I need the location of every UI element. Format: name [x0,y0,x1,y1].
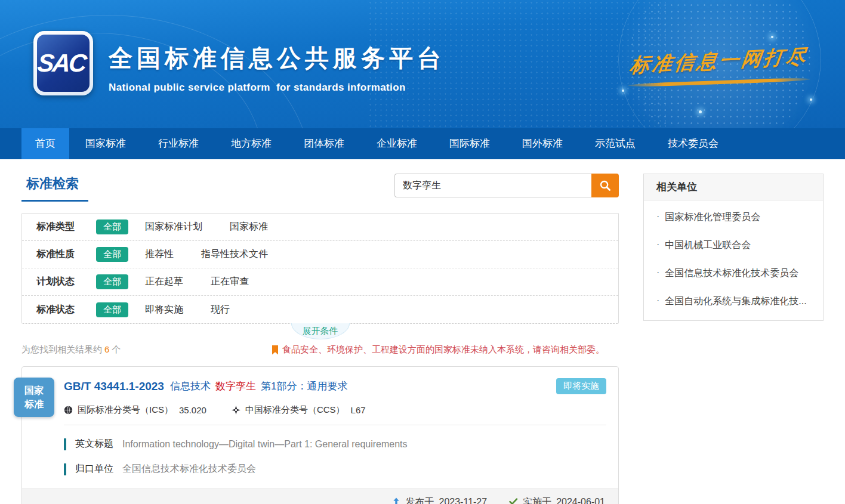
sparkle-dot [699,110,702,113]
nav-item-pilot-programs[interactable]: 示范试点 [579,128,652,159]
ccs-value: L67 [351,405,366,415]
nav-item-enterprise-standards[interactable]: 企业标准 [360,128,433,159]
filter-row-standard-type: 标准类型 全部 国家标准计划 国家标准 [22,214,618,241]
standard-title-part: 信息技术 [170,379,211,393]
ccs-label: 中国标准分类号（CCS） [245,404,345,416]
results-notice: 食品安全、环境保护、工程建设方面的国家标准未纳入本系统，请咨询相关部委。 [272,344,605,355]
filter-label: 计划状态 [36,276,96,288]
site-title-block: 全国标准信息公共服务平台 National public service pla… [109,42,445,94]
related-units-list: · 国家标准化管理委员会 · 中国机械工业联合会 · 全国信息技术标准化技术委员… [644,200,823,320]
standard-title-highlight: 数字孪生 [215,379,256,393]
filter-option[interactable]: 推荐性 [145,248,174,261]
filter-panel: 标准类型 全部 国家标准计划 国家标准 标准性质 全部 推荐性 指导性技术文件 … [21,213,619,324]
filter-selected-badge[interactable]: 全部 [96,302,128,317]
search-row: 标准检索 [21,174,619,205]
filter-option[interactable]: 正在审查 [211,276,249,288]
filter-row-plan-status: 计划状态 全部 正在起草 正在审查 [22,268,618,296]
ccs-classification: 中国标准分类号（CCS） L67 [232,404,366,416]
results-count: 为您找到相关结果约6个 [21,344,121,355]
classification-row: 国际标准分类号（ICS） 35.020 中国标准分类号（CCS） L67 [64,404,606,416]
standard-title-link[interactable]: GB/T 43441.1-2023 信息技术 数字孪生 第1部分：通用要求 即将… [64,378,606,394]
tab-standard-search[interactable]: 标准检索 [21,174,88,202]
standard-type-badge: 国家 标准 [14,378,54,417]
card-body: GB/T 43441.1-2023 信息技术 数字孪生 第1部分：通用要求 即将… [22,367,618,488]
main-column: 标准检索 标准类型 全部 国家标准计划 国家标准 标准性质 全 [21,174,619,504]
nav-item-home[interactable]: 首页 [21,128,69,159]
implemented-date: 实施于 2024-06-01 [508,496,605,504]
detail-value: Information technology—Digital twin—Part… [122,439,408,450]
nav-item-technical-committees[interactable]: 技术委员会 [652,128,735,159]
detail-label: 英文标题 [75,438,113,450]
sac-logo-text: SAC [36,49,91,78]
english-title-row: 英文标题 Information technology—Digital twin… [64,438,606,450]
sidebar-item-sac[interactable]: · 国家标准化管理委员会 [644,203,823,231]
filter-option[interactable]: 国家标准 [230,221,268,233]
search-button[interactable] [591,174,619,197]
filter-selected-badge[interactable]: 全部 [96,247,128,262]
expand-conditions-button[interactable]: 展开条件 [291,323,350,339]
sac-logo[interactable]: SAC [33,31,93,95]
bullet: · [656,211,659,224]
nav-item-foreign-standards[interactable]: 国外标准 [506,128,579,159]
site-header: SAC 全国标准信息公共服务平台 National public service… [0,0,845,128]
ics-value: 35.020 [179,405,206,415]
search-icon [599,180,611,191]
site-title: 全国标准信息公共服务平台 [109,42,445,75]
bookmark-icon [272,345,279,355]
sparkle-dot [771,36,773,38]
slogan-text: 标准信息一网打尽 [628,43,810,79]
search-input[interactable] [394,174,591,197]
sidebar-item-it-standardization-committee[interactable]: · 全国信息技术标准化技术委员会 [644,259,823,287]
filter-label: 标准状态 [36,304,96,316]
filter-option[interactable]: 即将实施 [145,304,183,316]
sparkle-dot [810,98,812,101]
nav-item-local-standards[interactable]: 地方标准 [215,128,288,159]
results-row: 为您找到相关结果约6个 食品安全、环境保护、工程建设方面的国家标准未纳入本系统，… [21,344,619,355]
filter-option[interactable]: 现行 [211,304,230,316]
card-divider [64,425,606,425]
notice-text: 食品安全、环境保护、工程建设方面的国家标准未纳入本系统，请咨询相关部委。 [282,344,605,355]
detail-label: 归口单位 [75,463,113,475]
globe-icon [64,406,73,415]
nav-item-international-standards[interactable]: 国际标准 [433,128,506,159]
row-marker-bar [64,438,66,450]
standard-code: GB/T 43441.1-2023 [64,380,164,393]
filter-option[interactable]: 指导性技术文件 [201,248,268,261]
nav-item-national-standards[interactable]: 国家标准 [69,128,142,159]
publish-upload-icon [391,497,401,504]
committee-row: 归口单位 全国信息技术标准化技术委员会 [64,463,606,475]
filter-selected-badge[interactable]: 全部 [96,274,128,289]
sac-logo-inner: SAC [37,35,90,92]
nav-item-industry-standards[interactable]: 行业标准 [142,128,215,159]
sparkle-dot [622,89,624,92]
search-group [394,174,619,197]
implement-check-icon [508,497,518,504]
site-subtitle: National public service platform for sta… [109,82,445,94]
related-units-title: 相关单位 [644,174,823,200]
published-date-value: 2023-11-27 [439,497,488,504]
filter-selected-badge[interactable]: 全部 [96,219,128,234]
filter-option[interactable]: 正在起草 [145,276,183,288]
row-marker-bar [64,463,66,475]
implemented-date-value: 2024-06-01 [556,497,605,504]
card-footer: 发布于 2023-11-27 实施于 2024-06-01 [22,488,618,504]
nav-item-group-standards[interactable]: 团体标准 [288,128,360,159]
compass-icon [232,406,240,415]
bullet: · [656,267,659,280]
sidebar-item-machinery-federation[interactable]: · 中国机械工业联合会 [644,231,823,259]
published-date: 发布于 2023-11-27 [391,496,488,504]
filter-row-standard-status: 标准状态 全部 即将实施 现行 [22,296,618,323]
ics-classification: 国际标准分类号（ICS） 35.020 [64,404,206,416]
sidebar-item-automation-systems-committee[interactable]: · 全国自动化系统与集成标准化技... [644,287,823,316]
status-badge: 即将实施 [556,378,606,394]
results-count-number: 6 [102,344,112,354]
filter-label: 标准类型 [36,221,96,233]
filter-row-standard-nature: 标准性质 全部 推荐性 指导性技术文件 [22,241,618,268]
filter-option[interactable]: 国家标准计划 [145,221,202,233]
related-units-panel: 相关单位 · 国家标准化管理委员会 · 中国机械工业联合会 · 全国信息技术标准… [643,174,824,321]
bullet: · [656,239,659,252]
bullet: · [656,295,659,308]
standard-title-part: 第1部分：通用要求 [261,379,347,393]
main-nav: 首页 国家标准 行业标准 地方标准 团体标准 企业标准 国际标准 国外标准 示范… [0,128,845,159]
slogan-block: 标准信息一网打尽 [628,48,810,84]
